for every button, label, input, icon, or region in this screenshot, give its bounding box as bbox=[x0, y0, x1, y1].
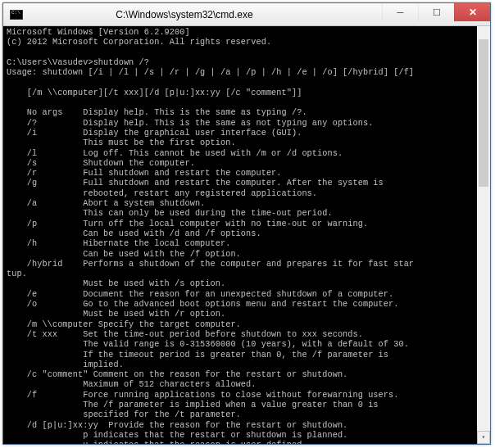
close-button[interactable]: ✕ bbox=[454, 3, 490, 21]
scrollbar-thumb[interactable] bbox=[479, 39, 488, 187]
scrollbar-track[interactable] bbox=[477, 39, 490, 431]
terminal-area[interactable]: Microsoft Windows [Version 6.2.9200] (c)… bbox=[3, 26, 490, 444]
terminal-output: Microsoft Windows [Version 6.2.9200] (c)… bbox=[7, 28, 474, 444]
scroll-down-arrow-icon[interactable]: ▾ bbox=[477, 431, 490, 444]
maximize-button[interactable]: ☐ bbox=[418, 3, 454, 21]
cmd-icon bbox=[10, 10, 23, 20]
window-title: C:\Windows\system32\cmd.exe bbox=[0, 9, 382, 20]
titlebar[interactable]: C:\Windows\system32\cmd.exe ─ ☐ ✕ bbox=[3, 3, 490, 26]
cmd-window: C:\Windows\system32\cmd.exe ─ ☐ ✕ Micros… bbox=[2, 2, 491, 445]
minimize-button[interactable]: ─ bbox=[382, 3, 418, 21]
vertical-scrollbar[interactable]: ▴ ▾ bbox=[477, 26, 490, 444]
window-controls: ─ ☐ ✕ bbox=[382, 3, 490, 25]
